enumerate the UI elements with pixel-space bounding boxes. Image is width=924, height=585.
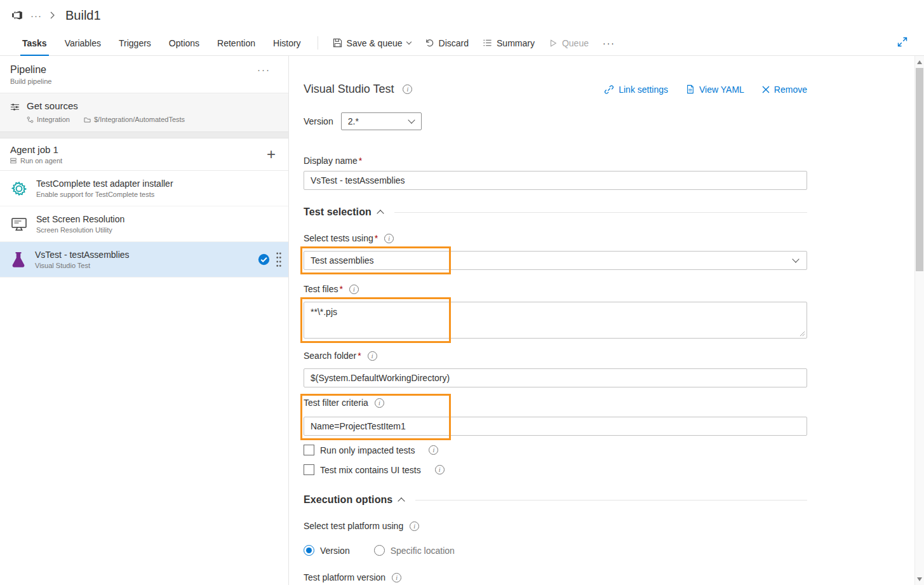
task-item-testcomplete-adapter[interactable]: TestComplete test adapter installer Enab… xyxy=(0,171,288,206)
repo-name: Integration xyxy=(37,116,70,123)
scrollbar-up-button[interactable] xyxy=(915,57,924,67)
branch-path-icon xyxy=(84,116,91,123)
info-icon[interactable]: i xyxy=(368,351,377,361)
drag-handle-icon[interactable] xyxy=(276,251,282,269)
search-folder-input[interactable] xyxy=(304,368,807,387)
tab-retention[interactable]: Retention xyxy=(208,30,264,55)
vertical-scrollbar[interactable] xyxy=(914,56,924,585)
summary-icon xyxy=(483,38,492,48)
display-name-input[interactable] xyxy=(304,171,807,190)
repo-icon xyxy=(27,116,34,123)
selected-check-icon xyxy=(258,253,270,266)
chevron-down-icon xyxy=(408,116,415,123)
tab-tasks[interactable]: Tasks xyxy=(13,30,56,55)
toolbar: Save & queue Discard Summary Queue ··· xyxy=(326,30,622,55)
scrollbar-down-button[interactable] xyxy=(915,574,924,584)
agent-job-title: Agent job 1 xyxy=(10,144,62,155)
task-item-vstest[interactable]: VsTest - testAssemblies Visual Studio Te… xyxy=(0,242,288,278)
radio-unselected-icon xyxy=(374,545,385,556)
fullscreen-icon[interactable] xyxy=(897,37,907,47)
display-name-label: Display name* xyxy=(304,156,807,166)
radio-specific-location[interactable]: Specific location xyxy=(374,545,455,556)
tab-history[interactable]: History xyxy=(264,30,310,55)
pipeline-title: Pipeline xyxy=(10,64,51,76)
tab-variables[interactable]: Variables xyxy=(56,30,110,55)
test-filter-criteria-input[interactable] xyxy=(304,417,807,436)
triangle-down-icon xyxy=(917,577,922,581)
link-icon xyxy=(604,84,614,95)
info-icon[interactable]: i xyxy=(392,573,401,582)
section-rule xyxy=(415,500,807,501)
discard-button[interactable]: Discard xyxy=(418,30,476,55)
task-title: VsTest - testAssemblies xyxy=(35,250,130,260)
section-test-selection[interactable]: Test selection xyxy=(304,206,807,218)
close-icon xyxy=(762,86,770,93)
info-icon[interactable]: i xyxy=(435,465,445,474)
task-title: TestComplete test adapter installer xyxy=(36,178,173,189)
info-icon[interactable]: i xyxy=(349,285,359,294)
scrollbar-thumb[interactable] xyxy=(916,68,923,271)
pipeline-more-button[interactable]: ··· xyxy=(250,64,278,75)
page-title: Build1 xyxy=(65,8,101,23)
panel-title: Visual Studio Test xyxy=(304,83,394,96)
resize-grip-icon[interactable] xyxy=(800,331,805,337)
get-sources-item[interactable]: Get sources Integration $/Integration/Au… xyxy=(0,93,288,132)
chevron-down-icon xyxy=(406,39,411,44)
test-mix-ui-checkbox[interactable] xyxy=(304,464,314,475)
test-platform-version-label: Test platform version i xyxy=(304,572,807,582)
version-select[interactable]: 2.* xyxy=(341,112,422,130)
queue-button[interactable]: Queue xyxy=(542,30,596,55)
toolbar-more-button[interactable]: ··· xyxy=(596,30,622,55)
add-task-button[interactable]: + xyxy=(258,145,285,163)
document-icon xyxy=(686,84,695,94)
remove-task-button[interactable]: Remove xyxy=(762,84,807,95)
section-execution-options[interactable]: Execution options xyxy=(304,494,807,506)
task-item-set-screen-resolution[interactable]: Set Screen Resolution Screen Resolution … xyxy=(0,206,288,242)
breadcrumb-chevron-icon xyxy=(50,11,55,19)
save-and-queue-button[interactable]: Save & queue xyxy=(326,30,418,55)
select-tests-using-dropdown[interactable]: Test assemblies xyxy=(304,251,807,270)
monitor-icon xyxy=(10,215,28,233)
breadcrumb-more-button[interactable]: ··· xyxy=(30,10,42,21)
task-subtitle: Visual Studio Test xyxy=(35,262,130,269)
link-settings-button[interactable]: Link settings xyxy=(604,84,668,95)
test-mix-ui-label: Test mix contains UI tests xyxy=(320,465,421,475)
select-test-platform-label: Select test platform using i xyxy=(304,521,807,531)
info-icon[interactable]: i xyxy=(403,84,412,94)
run-only-impacted-label: Run only impacted tests xyxy=(320,445,415,455)
test-files-input[interactable]: **\*.pjs xyxy=(304,302,807,339)
undo-icon xyxy=(425,38,434,48)
run-only-impacted-checkbox[interactable] xyxy=(304,445,314,455)
view-yaml-button[interactable]: View YAML xyxy=(686,84,744,95)
test-filter-criteria-label: Test filter criteria i xyxy=(304,398,807,408)
sidebar-section-gap xyxy=(0,132,288,138)
search-folder-label: Search folder* i xyxy=(304,351,807,361)
chevron-up-icon xyxy=(398,497,405,504)
tabs: Tasks Variables Triggers Options Retenti… xyxy=(0,30,310,55)
chevron-up-icon xyxy=(377,210,384,217)
test-mix-ui-row: Test mix contains UI tests i xyxy=(304,464,807,475)
tab-bar: Tasks Variables Triggers Options Retenti… xyxy=(0,30,924,56)
agent-job-item[interactable]: Agent job 1 Run on agent + xyxy=(0,138,288,171)
toolbar-divider xyxy=(318,36,318,50)
chevron-down-icon xyxy=(792,255,799,262)
test-files-label: Test files* i xyxy=(304,284,807,294)
info-icon[interactable]: i xyxy=(375,398,384,408)
agent-icon xyxy=(10,158,17,164)
info-icon[interactable]: i xyxy=(384,234,394,243)
info-icon[interactable]: i xyxy=(429,445,438,455)
content-area: Pipeline Build pipeline ··· Get sources … xyxy=(0,56,924,585)
devops-logo-icon xyxy=(11,10,23,21)
tab-options[interactable]: Options xyxy=(160,30,208,55)
top-bar: ··· Build1 xyxy=(0,0,924,30)
agent-job-subtitle: Run on agent xyxy=(20,157,62,165)
pipeline-subtitle: Build pipeline xyxy=(10,77,51,85)
panel-header: Visual Studio Test i Link settings View … xyxy=(304,83,807,96)
info-icon[interactable]: i xyxy=(410,521,419,531)
tab-triggers[interactable]: Triggers xyxy=(110,30,160,55)
source-path: $/Integration/AutomatedTests xyxy=(94,116,185,123)
flask-icon xyxy=(10,251,27,269)
radio-version[interactable]: Version xyxy=(304,545,350,556)
summary-button[interactable]: Summary xyxy=(476,30,542,55)
task-title: Set Screen Resolution xyxy=(36,214,124,224)
